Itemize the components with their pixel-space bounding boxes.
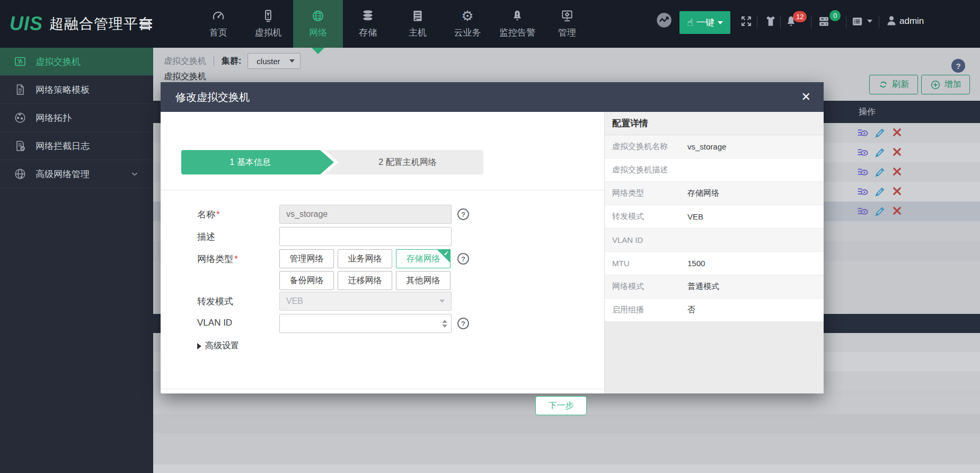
advanced-settings-toggle[interactable]: 高级设置 bbox=[197, 340, 239, 352]
dashboard-icon bbox=[211, 9, 225, 23]
chevron-down-icon bbox=[130, 169, 139, 179]
network-type-label: 网络类型* bbox=[197, 253, 238, 265]
nav-item-vm[interactable]: 虚拟机 bbox=[243, 0, 293, 48]
vm-icon bbox=[261, 9, 275, 23]
forward-mode-select[interactable]: VEB bbox=[279, 292, 452, 311]
type-button-backup[interactable]: 备份网络 bbox=[279, 271, 334, 290]
required-mark: * bbox=[234, 254, 238, 264]
active-tab-pointer bbox=[312, 48, 324, 54]
nav-item-cloud-service[interactable]: ⚙ 云业务 bbox=[443, 0, 492, 48]
main-nav: 首页 虚拟机 网络 存储 主机 ⚙ 云业务 bbox=[193, 0, 592, 48]
divider bbox=[879, 16, 879, 29]
chevron-down-icon bbox=[718, 21, 723, 24]
task-server-icon[interactable] bbox=[817, 15, 831, 28]
advanced-settings-label: 高级设置 bbox=[205, 340, 239, 352]
modal-title: 修改虚拟交换机 bbox=[175, 90, 801, 104]
sidebar-item-topology[interactable]: 网络拓扑 bbox=[0, 104, 153, 132]
nav-label: 虚拟机 bbox=[255, 27, 282, 39]
vlan-stepper[interactable] bbox=[440, 315, 449, 332]
monitor-alarm-icon bbox=[510, 9, 524, 23]
detail-row: 网络类型存储网络 bbox=[605, 182, 824, 205]
nav-label: 主机 bbox=[409, 27, 427, 39]
cloud-service-icon: ⚙ bbox=[461, 9, 473, 23]
sidebar-item-label: 网络策略模板 bbox=[36, 84, 90, 96]
vswitch-icon bbox=[14, 55, 27, 68]
host-icon bbox=[411, 9, 425, 23]
management-icon bbox=[560, 9, 574, 23]
nav-label: 存储 bbox=[359, 27, 377, 39]
list-menu-icon[interactable] bbox=[851, 15, 863, 28]
one-key-button[interactable]: ☝ 一键 bbox=[679, 11, 730, 34]
nav-item-host[interactable]: 主机 bbox=[393, 0, 443, 48]
check-icon: ✓ bbox=[444, 250, 449, 257]
type-button-other[interactable]: 其他网络 bbox=[396, 271, 451, 290]
modal-body: 2 配置主机网络 1 基本信息 名称* ? 描述 网络类型* 管理网络 业务网络… bbox=[161, 112, 824, 393]
help-icon[interactable]: ? bbox=[457, 318, 469, 329]
detail-row: VLAN ID bbox=[605, 229, 824, 252]
next-step-button[interactable]: 下一步 bbox=[535, 396, 587, 415]
nav-label: 网络 bbox=[309, 27, 327, 39]
shirt-icon[interactable] bbox=[764, 14, 778, 28]
storage-icon bbox=[361, 9, 375, 23]
user-icon[interactable] bbox=[885, 14, 898, 27]
step-2-host-network[interactable]: 2 配置主机网络 bbox=[314, 150, 483, 174]
type-button-storage-selected[interactable]: 存储网络 ✓ bbox=[396, 249, 451, 268]
divider bbox=[757, 16, 757, 29]
nav-item-storage[interactable]: 存储 bbox=[343, 0, 393, 48]
sidebar-item-policy-template[interactable]: 网络策略模板 bbox=[0, 76, 153, 104]
required-mark: * bbox=[216, 209, 220, 220]
divider bbox=[161, 190, 604, 190]
network-topology-icon bbox=[14, 111, 27, 124]
detail-row: 网络模式普通模式 bbox=[605, 275, 824, 299]
nav-label: 云业务 bbox=[454, 27, 481, 39]
nav-item-monitor-alarm[interactable]: 监控告警 bbox=[492, 0, 542, 48]
triangle-right-icon bbox=[197, 343, 201, 349]
type-button-business[interactable]: 业务网络 bbox=[338, 249, 392, 268]
sidebar-item-label: 高级网络管理 bbox=[36, 168, 90, 180]
app-root: UIS 超融合管理平台 首页 虚拟机 网络 存储 主机 bbox=[0, 0, 980, 473]
divider bbox=[846, 16, 846, 29]
logo-title: 超融合管理平台 bbox=[49, 14, 153, 33]
nav-label: 监控告警 bbox=[499, 27, 535, 39]
help-icon[interactable]: ? bbox=[457, 253, 469, 265]
detail-row: 虚拟交换机名称vs_storage bbox=[605, 135, 824, 159]
vlan-id-input[interactable] bbox=[279, 314, 452, 333]
modal-header: 修改虚拟交换机 ✕ bbox=[161, 82, 824, 112]
name-input[interactable] bbox=[279, 205, 452, 224]
nav-item-network[interactable]: 网络 bbox=[293, 0, 343, 48]
policy-template-icon bbox=[14, 83, 27, 96]
type-button-migration[interactable]: 迁移网络 bbox=[338, 271, 392, 290]
chevron-down-icon[interactable] bbox=[867, 20, 872, 23]
username-label[interactable]: admin bbox=[899, 16, 924, 27]
hand-pointer-icon: ☝ bbox=[687, 17, 693, 28]
nav-item-home[interactable]: 首页 bbox=[193, 0, 243, 48]
close-icon[interactable]: ✕ bbox=[801, 91, 811, 103]
sidebar-item-label: 网络拓扑 bbox=[36, 112, 72, 124]
app-logo: UIS 超融合管理平台 bbox=[10, 13, 153, 35]
forward-mode-value: VEB bbox=[286, 296, 303, 306]
spinner-down-icon[interactable] bbox=[442, 325, 447, 328]
description-label: 描述 bbox=[197, 231, 215, 243]
description-input[interactable] bbox=[279, 227, 452, 246]
spinner-up-icon[interactable] bbox=[442, 320, 447, 323]
sidebar-item-vswitch[interactable]: 虚拟交换机 bbox=[0, 48, 153, 76]
detail-row: MTU1500 bbox=[605, 252, 824, 275]
menu-toggle-icon[interactable] bbox=[139, 17, 153, 31]
intercept-log-icon bbox=[14, 139, 27, 152]
help-icon[interactable]: ? bbox=[457, 208, 469, 220]
sync-status-icon[interactable] bbox=[656, 12, 672, 28]
alarm-count-badge: 12 bbox=[793, 11, 807, 22]
one-key-label: 一键 bbox=[696, 16, 714, 29]
step-1-basic-info[interactable]: 1 基本信息 bbox=[181, 150, 334, 174]
sidebar-item-intercept-log[interactable]: 网络拦截日志 bbox=[0, 132, 153, 160]
task-count-badge: 0 bbox=[829, 10, 841, 21]
detail-rows: 虚拟交换机名称vs_storage 虚拟交换机描述 网络类型存储网络 转发模式V… bbox=[605, 135, 824, 322]
advanced-network-icon bbox=[14, 168, 27, 180]
fullscreen-icon[interactable] bbox=[740, 15, 753, 28]
type-button-management[interactable]: 管理网络 bbox=[279, 249, 334, 268]
top-navbar: UIS 超融合管理平台 首页 虚拟机 网络 存储 主机 bbox=[0, 0, 980, 48]
divider bbox=[811, 16, 811, 29]
nav-item-management[interactable]: 管理 bbox=[542, 0, 592, 48]
sidebar-item-advanced-network[interactable]: 高级网络管理 bbox=[0, 160, 153, 188]
detail-row: 转发模式VEB bbox=[605, 205, 824, 229]
